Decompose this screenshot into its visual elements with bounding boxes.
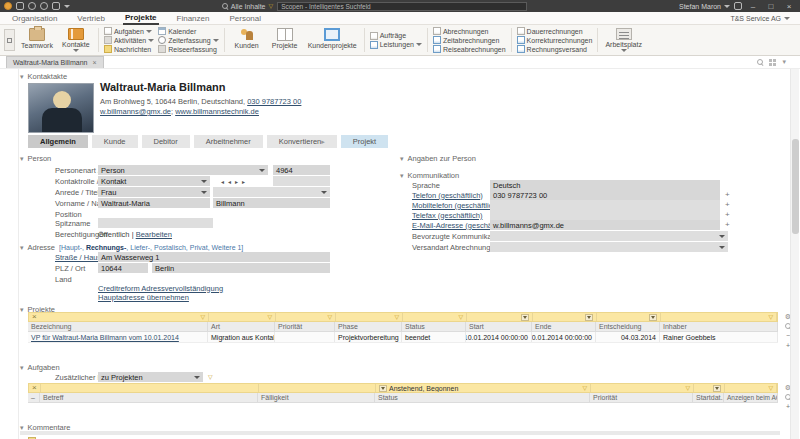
col-status[interactable]: Status (402, 322, 466, 331)
filter-status-icon[interactable]: ▽ (458, 314, 463, 320)
telefax-field[interactable] (490, 210, 720, 220)
kalender-button[interactable]: Kalender (158, 27, 218, 35)
berechtigungen-bearbeiten-link[interactable]: Bearbeiten (136, 230, 172, 239)
col-art[interactable]: Art (208, 322, 275, 331)
leistungen-button[interactable]: Leistungen (370, 41, 422, 49)
auftraege-button[interactable]: Aufträge (370, 32, 422, 40)
maximize-button[interactable]: □ (764, 2, 778, 11)
dauerrechnungen-button[interactable]: Dauerrechnungen (517, 27, 593, 35)
smart-search-input[interactable] (277, 2, 527, 11)
status-filter-dropdown[interactable] (379, 385, 387, 392)
bezug-filter-icon[interactable]: ▽ (208, 374, 213, 380)
menu-projekte[interactable]: Projekte (123, 12, 159, 25)
col-entscheidung[interactable]: Entscheidung (596, 322, 660, 331)
col-inhaber[interactable]: Inhaber (660, 322, 778, 331)
col-status[interactable]: Status (375, 393, 590, 402)
user-menu[interactable]: Stefan Maron (679, 3, 730, 10)
menu-vertrieb[interactable]: Vertrieb (75, 13, 107, 24)
aktivitaeten-button[interactable]: Aktivitäten (104, 36, 154, 44)
master-id-field[interactable]: 4964 (273, 165, 330, 175)
filter-prioritaet-icon[interactable]: ▽ (327, 314, 332, 320)
document-tab[interactable]: Waltraut-Maria Billmann × (6, 56, 104, 68)
arbeitsplatz-button[interactable]: Arbeitsplatz (601, 27, 646, 53)
col-bezeichnung[interactable]: Bezeichnung (28, 322, 208, 331)
zeiterfassung-button[interactable]: Zeiterfassung (158, 36, 218, 44)
window-quick-icon[interactable] (16, 2, 24, 10)
col-prioritaet[interactable]: Priorität (275, 322, 335, 331)
versandart-dropdown[interactable] (490, 242, 728, 252)
add-telefax-icon[interactable]: + (725, 211, 730, 219)
clear-filter-icon[interactable]: × (32, 384, 37, 392)
address-variant-links[interactable]: [Haupt-, Rechnungs-, Liefer-, Postalisch… (59, 244, 243, 251)
minimize-button[interactable]: – (746, 2, 760, 11)
filter-ende-dropdown[interactable] (585, 314, 593, 321)
window-mode-icon[interactable] (734, 2, 742, 10)
col-betreff[interactable]: Betreff (40, 393, 258, 402)
strip-expand-icon[interactable]: ▾ (782, 58, 786, 66)
tab-close-icon[interactable]: × (92, 59, 96, 66)
nachname-field[interactable]: Billmann (213, 198, 330, 208)
section-kontaktakte[interactable]: ▾ Kontaktakte (20, 72, 67, 81)
contact-phone-link[interactable]: 030 9787723 00 (247, 97, 301, 106)
filter-startdatum-dropdown[interactable] (713, 385, 721, 392)
zeitabrechnungen-button[interactable]: Zeitabrechnungen (433, 36, 506, 44)
projekt-row[interactable]: VP für Waltraut-Maria Billmann vom 10.01… (28, 332, 778, 343)
reiseabrechnungen-button[interactable]: Reiseabrechnungen (433, 45, 506, 53)
tab-projekt[interactable]: Projekt (341, 135, 388, 148)
menu-organisation[interactable]: Organisation (10, 13, 59, 24)
hauptadresse-link[interactable]: Hauptadresse übernehmen (98, 293, 189, 302)
menu-personal[interactable]: Personal (227, 13, 263, 24)
col-faelligkeit[interactable]: Fälligkeit (258, 393, 375, 402)
strip-search-icon[interactable] (757, 59, 763, 65)
label-telefon-link[interactable]: Telefon (geschäftlich) (412, 191, 483, 200)
tab-kunde[interactable]: Kunde (92, 135, 138, 148)
telefon-field[interactable]: 030 9787723 00 (490, 190, 720, 200)
close-button[interactable]: × (782, 2, 796, 11)
label-telefax-link[interactable]: Telefax (geschäftlich) (412, 211, 482, 220)
clear-filter-icon[interactable]: × (32, 313, 37, 321)
filter-prioritaet-icon[interactable]: ▽ (685, 385, 690, 391)
vorname-field[interactable]: Waltraut-Maria (98, 198, 210, 208)
strip-grid-icon[interactable] (769, 59, 776, 66)
kontaktrolle-dropdown[interactable]: Kontakt (98, 176, 210, 186)
contact-website-link[interactable]: www.billmannstechnik.de (175, 107, 259, 116)
col-ende[interactable]: Ende (532, 322, 596, 331)
kontakte-button[interactable]: Kontakte (57, 27, 95, 53)
filter-anzeigen-icon[interactable]: ▽ (768, 385, 773, 391)
record-first-icon[interactable]: ◂ (221, 178, 224, 185)
add-telefon-icon[interactable]: + (725, 191, 730, 199)
aufgaben-button[interactable]: Aufgaben (104, 27, 154, 35)
section-kommunikation[interactable]: ▾ Kommunikation (400, 171, 459, 180)
record-last-icon[interactable]: ▸ (242, 178, 245, 185)
record-quick-icon[interactable] (28, 2, 36, 10)
add-email-icon[interactable]: + (725, 221, 730, 229)
section-aufgaben[interactable]: ▾ Aufgaben (20, 363, 60, 372)
filter-inhaber-icon[interactable]: ▽ (768, 314, 773, 320)
menu-finanzen[interactable]: Finanzen (175, 13, 212, 24)
company-selector[interactable]: T&S Service AG (730, 15, 790, 22)
bezug-dropdown[interactable]: zu Projekten (98, 372, 203, 382)
mobiltelefon-field[interactable] (490, 200, 720, 210)
close-quick-icon[interactable] (40, 2, 48, 10)
filter-status-icon[interactable]: ▽ (582, 385, 587, 391)
rechnungsversand-button[interactable]: Rechnungsversand (517, 45, 593, 53)
record-next-icon[interactable]: ▸ (235, 178, 238, 185)
tab-konvertieren[interactable]: Konvertieren▸ (267, 135, 337, 148)
nachrichten-button[interactable]: Nachrichten (104, 45, 154, 53)
kundenprojekte-button[interactable]: Kundenprojekte (304, 27, 361, 53)
anrede-dropdown[interactable]: Frau (98, 187, 210, 197)
ort-field[interactable]: Berlin (152, 263, 330, 273)
variant-rechnungs-link[interactable]: Rechnungs- (86, 244, 126, 251)
projekt-link[interactable]: VP für Waltraut-Maria Billmann vom 10.01… (31, 334, 179, 341)
projekte-button[interactable]: Projekte (266, 27, 304, 53)
scrollbar-thumb[interactable] (792, 139, 799, 234)
sidebar-toggle-button[interactable] (4, 29, 15, 51)
korrekturrechnungen-button[interactable]: Korrekturrechnungen (517, 36, 593, 44)
strasse-field[interactable]: Am Wasserweg 1 (98, 252, 330, 262)
add-mobiltelefon-icon[interactable]: + (725, 201, 730, 209)
record-prev-icon[interactable]: ◂ (228, 178, 231, 185)
section-adresse[interactable]: ▾ Adresse [Haupt-, Rechnungs-, Liefer-, … (20, 243, 243, 252)
titel-dropdown[interactable] (213, 187, 330, 197)
personenart-dropdown[interactable]: Person (98, 165, 268, 175)
plz-field[interactable]: 10644 (98, 263, 148, 273)
